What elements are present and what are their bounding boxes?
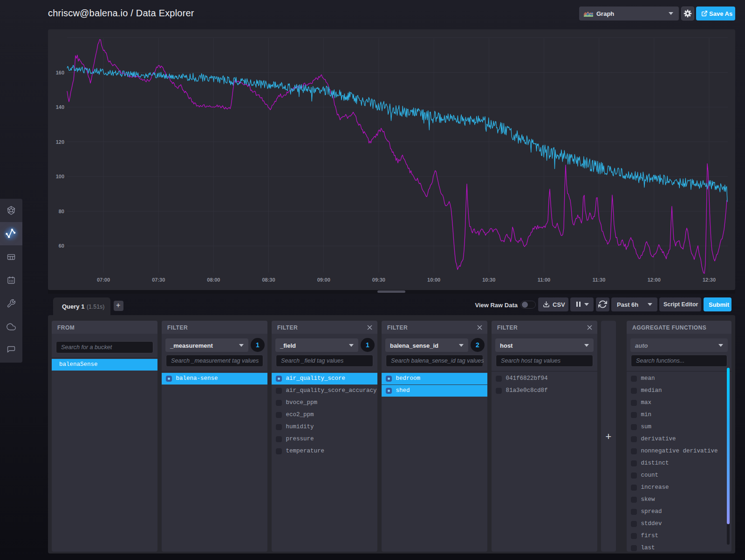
svg-text:07:00: 07:00 bbox=[97, 277, 110, 283]
svg-text:09:00: 09:00 bbox=[317, 277, 330, 283]
svg-text:10:30: 10:30 bbox=[482, 277, 495, 283]
svg-text:12:00: 12:00 bbox=[648, 277, 661, 283]
svg-text:80: 80 bbox=[59, 209, 64, 214]
svg-text:120: 120 bbox=[56, 139, 64, 145]
svg-text:09:30: 09:30 bbox=[372, 277, 385, 283]
svg-text:08:30: 08:30 bbox=[262, 277, 275, 283]
svg-text:11:30: 11:30 bbox=[593, 277, 606, 283]
svg-text:11:00: 11:00 bbox=[538, 277, 551, 283]
svg-text:60: 60 bbox=[59, 243, 64, 249]
svg-text:100: 100 bbox=[56, 174, 64, 179]
svg-text:07:30: 07:30 bbox=[152, 277, 165, 283]
svg-text:160: 160 bbox=[56, 70, 64, 75]
svg-text:140: 140 bbox=[56, 104, 64, 110]
svg-text:12:30: 12:30 bbox=[703, 277, 716, 283]
svg-text:10:00: 10:00 bbox=[427, 277, 440, 283]
svg-text:08:00: 08:00 bbox=[207, 277, 220, 283]
